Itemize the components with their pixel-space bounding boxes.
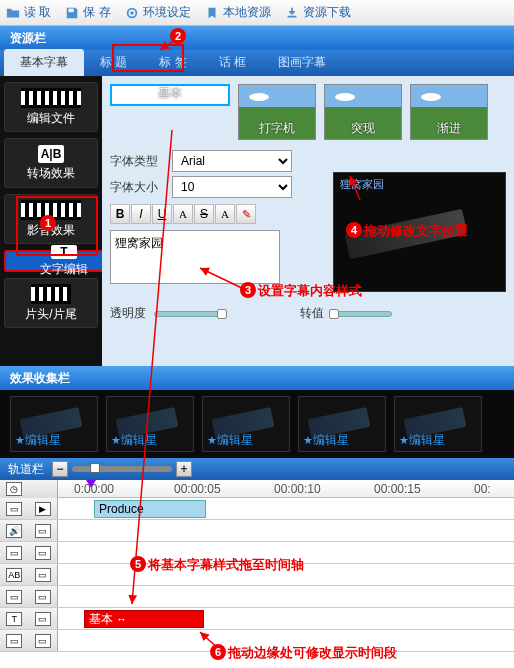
thumb-typewriter[interactable]: 打字机 [238, 84, 316, 140]
preview-text[interactable]: 狸窝家园 [340, 177, 384, 192]
rotate-slider[interactable] [332, 311, 392, 317]
shadow-button[interactable]: A [215, 204, 235, 224]
text-icon: T [51, 245, 77, 259]
svg-rect-0 [69, 8, 74, 12]
preview-pane[interactable]: 狸窝家园 [333, 172, 506, 292]
zoom-in-button[interactable]: + [176, 461, 192, 477]
font-type-label: 字体类型 [110, 153, 166, 170]
star-icon: ★编辑星 [399, 432, 445, 449]
overlay-track-icon[interactable]: ▭ [6, 546, 22, 560]
produce-clip[interactable]: Produce [94, 500, 206, 518]
video-track-icon[interactable]: ▭ [6, 502, 22, 516]
audio-track-icon[interactable]: 🔊 [6, 524, 22, 538]
text-track-icon[interactable]: T [6, 612, 22, 626]
italic-button[interactable]: I [131, 204, 151, 224]
text-track[interactable]: 基本 ↔ [58, 608, 514, 629]
music-track[interactable] [58, 630, 514, 651]
thumb-basic[interactable]: 基本 [110, 84, 230, 106]
rotate-label: 转值 [300, 305, 324, 322]
lock-icon[interactable]: ▭ [35, 524, 51, 538]
folder-open-icon [6, 6, 20, 20]
font-size-label: 字体大小 [110, 179, 166, 196]
transition-track[interactable] [58, 564, 514, 585]
sidebar-item-edit-file[interactable]: 编辑文件 [4, 82, 98, 132]
gear-icon [125, 6, 139, 20]
sidebar-item-head-tail[interactable]: 片头/片尾 [4, 278, 98, 328]
thumb-fade[interactable]: 渐进 [410, 84, 488, 140]
svg-point-2 [130, 11, 134, 15]
audio-track[interactable] [58, 520, 514, 541]
fx-track[interactable] [58, 586, 514, 607]
fx-item[interactable]: ★编辑星 [394, 396, 482, 452]
category-sidebar: 编辑文件 A|B转场效果 影音效果 T文字编辑 片头/片尾 [0, 76, 102, 366]
font-color-button[interactable]: A [173, 204, 193, 224]
download-icon [285, 6, 299, 20]
tab-title[interactable]: 标 题 [84, 49, 143, 76]
ab-icon: A|B [38, 145, 64, 163]
fx-item[interactable]: ★编辑星 [106, 396, 194, 452]
save-button[interactable]: 保 存 [65, 4, 110, 21]
track-panel-header: 轨道栏 − + [0, 458, 514, 480]
strike-button[interactable]: S [194, 204, 214, 224]
opacity-slider[interactable] [154, 311, 224, 317]
video-track[interactable]: Produce [58, 498, 514, 519]
bookmark-icon [205, 6, 219, 20]
font-type-select[interactable]: Arial [172, 150, 292, 172]
bold-button[interactable]: B [110, 204, 130, 224]
local-res-button[interactable]: 本地资源 [205, 4, 271, 21]
opacity-label: 透明度 [110, 305, 146, 322]
download-button[interactable]: 资源下载 [285, 4, 351, 21]
open-button[interactable]: 读 取 [6, 4, 51, 21]
clock-icon: ◷ [6, 482, 22, 496]
disk-icon [65, 6, 79, 20]
music-track-icon[interactable]: ▭ [6, 634, 22, 648]
sidebar-item-av-effect[interactable]: 影音效果 [4, 194, 98, 244]
fx-track-icon[interactable]: ▭ [6, 590, 22, 604]
fx-item[interactable]: ★编辑星 [10, 396, 98, 452]
open-label: 读 取 [24, 4, 51, 21]
film-strip-icon [21, 200, 81, 220]
tab-basic-subtitle[interactable]: 基本字幕 [4, 49, 84, 76]
play-icon[interactable]: ▶ [35, 502, 51, 516]
time-ruler[interactable]: 0:00:00 00:00:05 00:00:10 00:00:15 00: [58, 480, 514, 498]
fxbin-header: 效果收集栏 [0, 366, 514, 390]
subtitle-text-input[interactable]: 狸窝家园 [110, 230, 280, 284]
clear-format-button[interactable]: ✎ [236, 204, 256, 224]
tab-tag[interactable]: 标 签 [143, 49, 202, 76]
tab-picture-subtitle[interactable]: 图画字幕 [262, 49, 342, 76]
fx-item[interactable]: ★编辑星 [202, 396, 290, 452]
star-icon: ★编辑星 [111, 432, 157, 449]
sidebar-item-transition[interactable]: A|B转场效果 [4, 138, 98, 188]
style-thumbnails: 基本 打字机 突现 渐进 [110, 84, 506, 140]
subtitle-clip[interactable]: 基本 ↔ [84, 610, 204, 628]
clip-icon [31, 284, 71, 304]
film-icon [21, 88, 81, 108]
save-label: 保 存 [83, 4, 110, 21]
star-icon: ★编辑星 [15, 432, 61, 449]
star-icon: ★编辑星 [207, 432, 253, 449]
resource-panel-header: 资源栏 [0, 26, 514, 50]
timeline-tracks: ▭▶Produce 🔊▭ ▭▭ AB▭ ▭▭ T▭基本 ↔ ▭▭ [0, 498, 514, 652]
film-reel-icon [345, 209, 468, 259]
ab-track-icon[interactable]: AB [6, 568, 22, 582]
settings-label: 环境设定 [143, 4, 191, 21]
subtitle-tabs: 基本字幕 标 题 标 签 话 框 图画字幕 [0, 50, 514, 76]
zoom-out-button[interactable]: − [52, 461, 68, 477]
fx-collection: ★编辑星 ★编辑星 ★编辑星 ★编辑星 ★编辑星 [0, 390, 514, 458]
settings-button[interactable]: 环境设定 [125, 4, 191, 21]
download-label: 资源下载 [303, 4, 351, 21]
fx-item[interactable]: ★编辑星 [298, 396, 386, 452]
font-size-select[interactable]: 10 [172, 176, 292, 198]
zoom-slider[interactable] [72, 466, 172, 472]
overlay-track[interactable] [58, 542, 514, 563]
underline-button[interactable]: U [152, 204, 172, 224]
sidebar-item-text-edit[interactable]: T文字编辑 [4, 250, 102, 272]
thumb-pop[interactable]: 突现 [324, 84, 402, 140]
local-res-label: 本地资源 [223, 4, 271, 21]
star-icon: ★编辑星 [303, 432, 349, 449]
tab-speech[interactable]: 话 框 [203, 49, 262, 76]
